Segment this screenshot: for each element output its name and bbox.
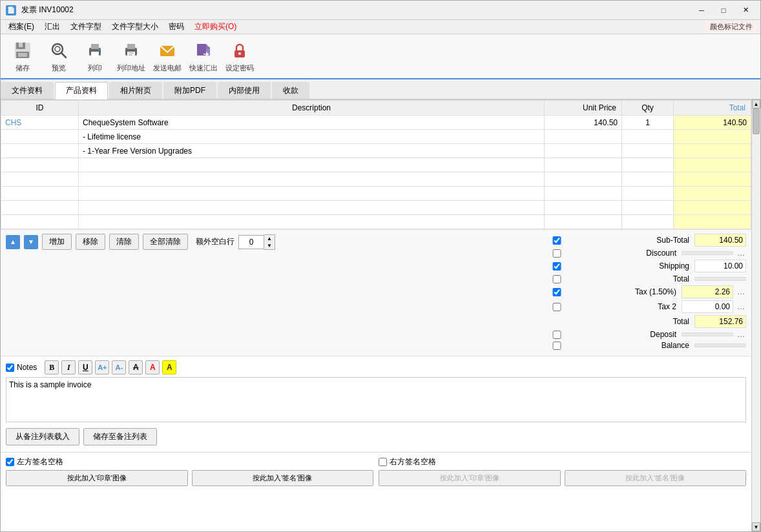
cell-desc-5[interactable]	[79, 187, 545, 201]
deposit-checkbox[interactable]	[552, 331, 561, 339]
vertical-scrollbar[interactable]: ▲ ▼	[751, 99, 760, 531]
cell-desc-3[interactable]	[79, 158, 545, 172]
email-button[interactable]: 发送电邮	[151, 37, 184, 75]
tax2-dots[interactable]: …	[736, 302, 746, 311]
cell-qty-1[interactable]	[622, 130, 674, 144]
cell-total-1[interactable]	[674, 130, 751, 144]
print-button[interactable]: 列印	[78, 37, 112, 75]
cell-id-4[interactable]	[1, 172, 79, 187]
spin-down-button[interactable]: ▼	[264, 242, 275, 249]
tax1-dots[interactable]: …	[736, 287, 746, 296]
table-row[interactable]: - Lifetime license	[1, 130, 751, 144]
right-sign-button[interactable]: 按此加入'签名'图像	[565, 470, 747, 486]
cell-desc-0[interactable]: ChequeSystem Software	[79, 116, 545, 130]
save-notes-button[interactable]: 储存至备注列表	[83, 428, 157, 445]
cell-qty-6[interactable]	[622, 201, 674, 215]
tax1-checkbox[interactable]	[552, 288, 561, 296]
cell-total-5[interactable]	[674, 187, 751, 201]
cell-desc-6[interactable]	[79, 201, 545, 215]
cell-id-2[interactable]	[1, 144, 79, 158]
cell-id-7[interactable]	[1, 215, 79, 229]
cell-price-7[interactable]	[545, 215, 622, 229]
total-checkbox[interactable]	[552, 275, 561, 283]
table-row[interactable]: - 1-Year Free Version Upgrades	[1, 144, 751, 158]
subtotal-checkbox[interactable]	[552, 236, 561, 245]
tab-product-info[interactable]: 产品资料	[55, 82, 108, 99]
cell-price-2[interactable]	[545, 144, 622, 158]
scroll-up-button[interactable]: ▲	[752, 99, 760, 108]
menu-font[interactable]: 文件字型	[65, 20, 107, 34]
cell-total-2[interactable]	[674, 144, 751, 158]
left-sign-button[interactable]: 按此加入'签名'图像	[192, 470, 374, 486]
discount-dots[interactable]: …	[736, 249, 746, 258]
table-row[interactable]: CHS ChequeSystem Software 140.50 1 140.5…	[1, 116, 751, 130]
menu-password[interactable]: 密码	[163, 20, 189, 34]
tax2-checkbox[interactable]	[552, 303, 561, 311]
tab-photo[interactable]: 相片附页	[109, 82, 162, 99]
font-smaller-button[interactable]: A-	[112, 360, 126, 374]
export-button[interactable]: 快速汇出	[187, 37, 220, 75]
remove-row-button[interactable]: 移除	[76, 234, 105, 250]
cell-desc-4[interactable]	[79, 172, 545, 187]
clear-button[interactable]: 清除	[109, 234, 139, 250]
menu-font-size[interactable]: 文件字型大小	[107, 20, 163, 34]
right-stamp-button[interactable]: 按此加入'印章'图像	[379, 470, 561, 486]
cell-total-3[interactable]	[674, 158, 751, 172]
clear-all-button[interactable]: 全部清除	[143, 234, 188, 250]
cell-price-0[interactable]: 140.50	[545, 116, 622, 130]
cell-total-4[interactable]	[674, 172, 751, 187]
scroll-down-button[interactable]: ▼	[752, 522, 760, 531]
cell-desc-1[interactable]: - Lifetime license	[79, 130, 545, 144]
tab-internal[interactable]: 内部使用	[218, 82, 271, 99]
table-row[interactable]	[1, 201, 751, 215]
font-color-button[interactable]: A	[145, 360, 160, 374]
deposit-dots[interactable]: …	[736, 330, 746, 339]
cell-qty-4[interactable]	[622, 172, 674, 187]
cell-total-0[interactable]: 140.50	[674, 116, 751, 130]
cell-qty-0[interactable]: 1	[622, 116, 674, 130]
cell-qty-7[interactable]	[622, 215, 674, 229]
cell-id-0[interactable]: CHS	[1, 116, 79, 130]
print-addr-button[interactable]: 列印地址	[114, 37, 148, 75]
cell-qty-2[interactable]	[622, 144, 674, 158]
spin-up-button[interactable]: ▲	[264, 235, 275, 242]
cell-price-4[interactable]	[545, 172, 622, 187]
table-row[interactable]	[1, 187, 751, 201]
tab-file-info[interactable]: 文件资料	[1, 82, 54, 99]
cell-qty-3[interactable]	[622, 158, 674, 172]
notes-textarea[interactable]: This is a sample invoice	[6, 377, 746, 422]
menu-export[interactable]: 汇出	[39, 20, 65, 34]
blank-count-spinner[interactable]: ▲ ▼	[238, 234, 275, 250]
underline-button[interactable]: U	[78, 360, 92, 374]
left-sig-checkbox[interactable]	[6, 458, 14, 466]
cell-id-3[interactable]	[1, 158, 79, 172]
cell-price-1[interactable]	[545, 130, 622, 144]
cell-desc-2[interactable]: - 1-Year Free Version Upgrades	[79, 144, 545, 158]
maximize-button[interactable]: □	[714, 4, 733, 17]
cell-id-1[interactable]	[1, 130, 79, 144]
scroll-thumb[interactable]	[753, 108, 760, 134]
preview-button[interactable]: 预览	[42, 37, 76, 75]
font-strikethrough-button[interactable]: A	[129, 360, 143, 374]
cell-id-5[interactable]	[1, 187, 79, 201]
right-sig-checkbox[interactable]	[379, 458, 387, 466]
shipping-checkbox[interactable]	[552, 262, 561, 271]
font-larger-button[interactable]: A+	[95, 360, 109, 374]
move-down-button[interactable]: ▼	[24, 235, 38, 249]
italic-button[interactable]: I	[61, 360, 76, 374]
table-row[interactable]	[1, 158, 751, 172]
cell-price-6[interactable]	[545, 201, 622, 215]
tab-pdf[interactable]: 附加PDF	[163, 82, 216, 99]
discount-checkbox[interactable]	[552, 249, 561, 258]
table-row[interactable]	[1, 215, 751, 229]
minimize-button[interactable]: ─	[692, 4, 711, 17]
load-notes-button[interactable]: 从备注列表载入	[6, 428, 79, 445]
balance-checkbox[interactable]	[552, 342, 561, 350]
notes-checkbox[interactable]	[6, 363, 14, 372]
menu-buy[interactable]: 立即购买(O)	[189, 20, 242, 34]
save-button[interactable]: 储存	[6, 37, 39, 75]
cell-total-6[interactable]	[674, 201, 751, 215]
cell-price-3[interactable]	[545, 158, 622, 172]
cell-qty-5[interactable]	[622, 187, 674, 201]
cell-total-7[interactable]	[674, 215, 751, 229]
